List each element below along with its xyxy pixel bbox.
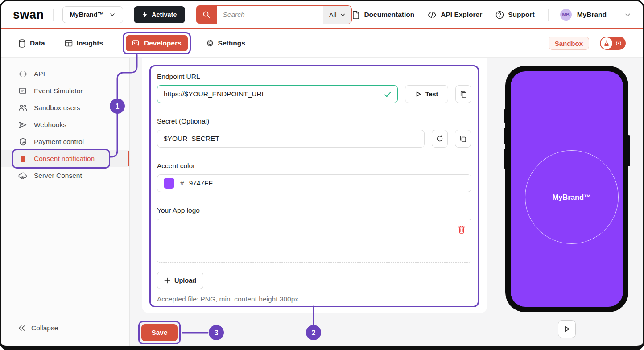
code-icon: [428, 12, 437, 18]
nav-right: Sandbox: [549, 37, 626, 50]
environment-toggle-knob: [601, 37, 612, 49]
guide-step-3-number: 3: [215, 329, 219, 337]
tab-data[interactable]: Data: [18, 39, 45, 48]
sidebar-item-payment-control[interactable]: Payment control: [1, 133, 129, 150]
support-link[interactable]: Support: [495, 11, 534, 19]
environment-badge: Sandbox: [549, 37, 589, 50]
database-icon: [18, 39, 26, 48]
help-icon: [495, 11, 504, 19]
tab-developers-label: Developers: [144, 39, 182, 47]
activate-label: Activate: [152, 11, 177, 18]
tab-settings[interactable]: Settings: [206, 39, 245, 47]
sidebar-item-sandbox-users[interactable]: Sandbox users: [1, 99, 129, 116]
copy-secret-button[interactable]: [455, 130, 471, 148]
sidebar-item-label: Webhooks: [34, 121, 66, 129]
activate-button[interactable]: Activate: [134, 6, 185, 23]
collapse-button[interactable]: Collapse: [18, 324, 58, 332]
project-selector[interactable]: MyBrand™: [62, 6, 124, 23]
app-logo-label: Your App logo: [157, 206, 471, 214]
content-card: Endpoint URL Test Secret (Opt: [142, 58, 487, 313]
flask-icon: [603, 40, 610, 46]
endpoint-url-label: Endpoint URL: [157, 73, 471, 81]
tab-developers[interactable]: Developers: [126, 35, 188, 51]
phone-side-button: [504, 109, 506, 123]
copy-icon: [460, 135, 466, 143]
secret-input[interactable]: [164, 135, 418, 143]
phone-screen: MyBrand™: [511, 71, 623, 307]
documentation-link[interactable]: Documentation: [352, 11, 414, 19]
phone-side-button: [504, 149, 506, 169]
upload-label: Upload: [174, 277, 196, 284]
copy-endpoint-button[interactable]: [455, 85, 471, 103]
cloud-icon: [18, 172, 27, 179]
brand-circle: MyBrand™: [525, 150, 619, 244]
guide-step-2-marker: [306, 325, 321, 340]
chevron-down-icon: [624, 12, 631, 18]
upload-button[interactable]: Upload: [157, 272, 203, 289]
sidebar-item-server-consent[interactable]: Server Consent: [1, 167, 129, 184]
sidebar-item-label: API: [34, 70, 45, 78]
sidebar-item-label: Event Simulator: [34, 87, 83, 95]
endpoint-url-field: [157, 85, 398, 103]
guide-step-3-marker: [209, 325, 224, 340]
sidebar-item-api[interactable]: API: [1, 66, 129, 82]
regenerate-secret-button[interactable]: [432, 130, 448, 148]
sidebar: API Event Simulator Sandbox users Webhoo…: [1, 58, 130, 346]
project-selector-label: MyBrand™: [70, 11, 104, 18]
valid-check-icon: [384, 91, 392, 99]
color-swatch[interactable]: [164, 178, 174, 189]
test-endpoint-button[interactable]: Test: [405, 85, 448, 103]
endpoint-url-input[interactable]: [164, 90, 391, 98]
account-menu[interactable]: MB MyBrand: [548, 9, 631, 21]
chevron-down-icon: [340, 12, 346, 18]
users-icon: [18, 104, 27, 111]
guide-outline-developers: Developers: [123, 32, 191, 54]
search-scope-label: All: [329, 11, 337, 19]
insights-grid-icon: [65, 39, 73, 47]
tab-settings-label: Settings: [218, 39, 245, 47]
api-explorer-label: API Explorer: [441, 11, 482, 19]
browser-frame: swan MyBrand™ Activate All Documentation: [0, 0, 644, 350]
hash-prefix: #: [180, 179, 184, 187]
refresh-icon: [436, 135, 443, 142]
phone-mockup: MyBrand™: [505, 66, 628, 312]
search-bar: All: [196, 5, 352, 24]
topbar: swan MyBrand™ Activate All Documentation: [1, 1, 643, 28]
tab-data-label: Data: [30, 39, 45, 47]
tab-insights[interactable]: Insights: [65, 39, 103, 47]
save-button[interactable]: Save: [141, 324, 178, 341]
support-label: Support: [508, 11, 534, 19]
accent-color-section: Accent color #: [157, 162, 471, 192]
sidebar-item-webhooks[interactable]: Webhooks: [1, 116, 129, 133]
account-name: MyBrand: [577, 11, 607, 19]
play-icon: [563, 325, 570, 333]
send-icon: [18, 121, 27, 128]
search-input[interactable]: [217, 6, 323, 24]
environment-toggle[interactable]: [600, 37, 626, 50]
delete-logo-button[interactable]: [458, 225, 466, 235]
sidebar-item-event-simulator[interactable]: Event Simulator: [1, 82, 129, 99]
gear-icon: [206, 39, 214, 47]
api-explorer-link[interactable]: API Explorer: [428, 11, 482, 19]
double-chevron-left-icon: [18, 325, 25, 331]
chevron-down-icon: [109, 12, 116, 18]
topbar-links: Documentation API Explorer Support: [352, 11, 534, 19]
secret-section: Secret (Optional): [157, 117, 471, 148]
plus-icon: [164, 277, 170, 284]
lightning-icon: [142, 11, 148, 18]
accent-color-input[interactable]: [189, 179, 465, 187]
collapse-label: Collapse: [31, 324, 58, 332]
test-label: Test: [425, 91, 438, 98]
sidebar-item-label: Server Consent: [34, 172, 82, 180]
main-nav: Data Insights Developers Settings Sandbo…: [1, 28, 643, 58]
logo-dropzone[interactable]: [157, 219, 471, 263]
app-logo-section: Your App logo Upload Accepted file: PNG,…: [157, 206, 471, 303]
search-scope-select[interactable]: All: [323, 6, 351, 24]
topbar-divider: [53, 9, 54, 21]
sidebar-item-label: Consent notification: [34, 155, 95, 163]
developers-icon: [132, 40, 140, 47]
trash-icon: [458, 225, 466, 234]
sidebar-item-consent-notification[interactable]: Consent notification: [1, 150, 129, 167]
preview-play-button[interactable]: [558, 320, 576, 338]
code-icon: [18, 71, 27, 77]
